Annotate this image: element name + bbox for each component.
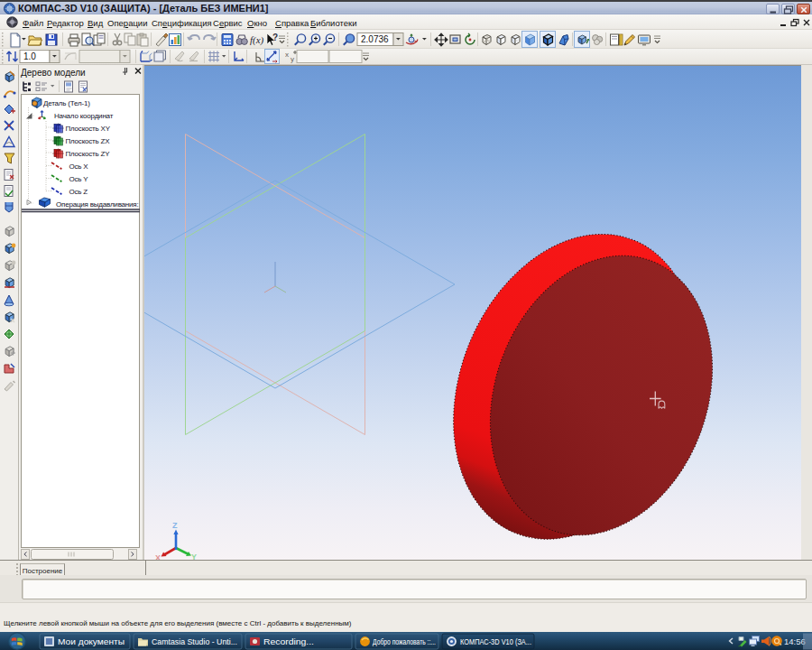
svg-text:Деталь (Тел-1): Деталь (Тел-1) (43, 99, 90, 107)
svg-text:2.0736: 2.0736 (361, 34, 389, 44)
svg-text:x: x (285, 51, 289, 59)
svg-text:Ось X: Ось X (69, 162, 89, 171)
svg-text:Recording...: Recording... (263, 636, 314, 646)
svg-text:Операция выдавливания:: Операция выдавливания: (56, 200, 138, 209)
svg-text:Плоскость ZX: Плоскость ZX (66, 137, 111, 145)
svg-text:14:56: 14:56 (784, 636, 806, 646)
svg-text:КОМПАС-3D V10 (ЗА...: КОМПАС-3D V10 (ЗА... (460, 636, 531, 646)
svg-text:Z: Z (172, 521, 178, 530)
svg-text:Плоскость XY: Плоскость XY (66, 125, 111, 133)
svg-text:Ось Y: Ось Y (69, 175, 89, 183)
svg-text:Camtasia Studio - Unti...: Camtasia Studio - Unti... (152, 636, 237, 646)
svg-text:Ось Z: Ось Z (69, 188, 88, 196)
svg-text:Добро пожаловать ::...: Добро пожаловать ::... (373, 636, 436, 646)
svg-text:y: y (291, 55, 294, 63)
svg-text:Плоскость ZY: Плоскость ZY (66, 150, 111, 158)
svg-text:Начало координат: Начало координат (54, 112, 114, 120)
svg-text:Мои документы: Мои документы (58, 636, 125, 646)
svg-text:1.0: 1.0 (23, 51, 36, 61)
